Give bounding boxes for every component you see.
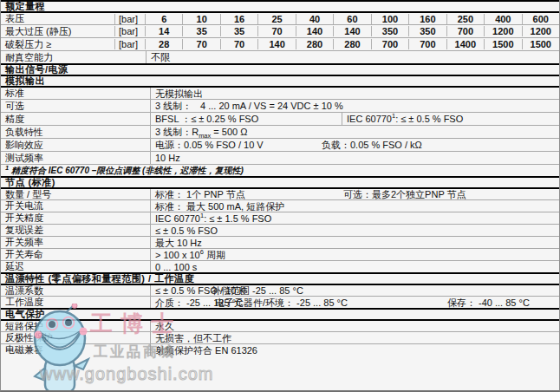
value-text: 无模拟输出	[155, 87, 203, 100]
row-value: ≤ ± 0.5 % FSO / 10 K 补偿范围 -25 ... 85 °C	[150, 285, 559, 296]
section-header-output-power: 输出信号/电源	[1, 63, 559, 75]
column-divider	[342, 113, 342, 125]
row-value: BFSL ：≤ ± 0.25 % FSO IEC 607701: ≤ ± 0.5…	[150, 113, 559, 125]
value-cell: 100	[371, 14, 408, 24]
table-row-short-circuit: 短路保护 永久	[1, 319, 559, 331]
footnote-text: 1 精度符合 IEC 60770 –限位点调整 (非线性，迟滞性，复现性)	[1, 165, 244, 177]
table-row-vacuum: 耐真空能力 不限	[1, 50, 559, 63]
value-cell: 1200	[484, 26, 521, 36]
value-text: 10 Hz	[155, 153, 180, 163]
value-cell: 10	[182, 14, 219, 24]
value-cell: 6	[145, 14, 182, 24]
value-cell: 280	[333, 39, 370, 49]
value-cell: 400	[484, 14, 521, 24]
unit-cell: [bar]	[114, 39, 145, 49]
value-text: 3 线制：Rmax = 500 Ω	[155, 126, 247, 139]
row-label: 影响效应	[1, 139, 150, 152]
value-text: 电子元器件/环境： -25 ... 85 °C	[215, 296, 348, 309]
value-text: 保存： -40 ... 85 °C	[447, 296, 530, 309]
row-label: 延迟	[1, 260, 150, 273]
value-text: > 100 x 106 周期	[155, 248, 225, 261]
table-row-analog-accuracy: 精度 BFSL ：≤ ± 0.25 % FSO IEC 607701: ≤ ± …	[1, 112, 559, 125]
value-cell: 70	[220, 39, 257, 49]
row-label: 开关电流	[1, 199, 150, 212]
row-label: 反极性保护	[1, 331, 150, 344]
table-row-analog-optional: 可选 3 线制： 4 ... 20 mA / VS = 24 VDC ± 10 …	[1, 99, 559, 112]
value-text: 3 线制：	[155, 100, 192, 113]
row-label: 开关精度	[1, 212, 150, 225]
row-value: 最大 10 Hz	[150, 237, 559, 248]
value-text: 4 ... 20 mA / VS = 24 VDC ± 10 %	[200, 101, 343, 111]
value-text: 负载：0.05 % FSO / kΩ	[322, 139, 422, 152]
row-label: 工作温度	[1, 296, 150, 309]
watermark-url-text: www.gongboshi.com	[40, 364, 213, 384]
value-cell: 700	[408, 39, 446, 49]
value-cell: 700	[446, 26, 484, 36]
value-cell: 1500	[522, 39, 559, 49]
table-row-operating-temperature: 工作温度 介质： -25 ... 125 °C 电子元器件/环境： -25 ..…	[1, 296, 559, 308]
section-header-electrical-protection: 电气保护	[1, 308, 559, 319]
value-cell: 1200	[522, 26, 559, 36]
table-row-switch-life: 开关寿命 > 100 x 106 周期	[1, 248, 559, 260]
row-label: 负载特性	[1, 126, 150, 139]
row-value: 电源：0.05 % FSO / 10 V 负载：0.05 % FSO / kΩ	[150, 139, 559, 151]
section-header-rated-range: 额定量程	[1, 0, 559, 11]
table-row-switch-qty: 数量 / 型号 标准： 1个 PNP 节点 可选：最多2个独立PNP 节点	[1, 187, 559, 199]
row-value: 不限	[146, 51, 559, 63]
value-cell: 1500	[484, 39, 521, 49]
value-text: 无损害，但不工作	[155, 331, 231, 344]
row-label: 开关寿命	[1, 248, 150, 261]
section-header-thermal: 温漂特性 (零点偏移和量程范围) / 工作温度	[1, 272, 559, 284]
row-value: 无模拟输出	[150, 88, 559, 99]
table-row-reverse-polarity: 反极性保护 无损害，但不工作	[1, 331, 559, 343]
row-value: 10 Hz	[150, 152, 559, 164]
row-value: 永久	[150, 321, 559, 331]
row-label: 可选	[1, 100, 150, 113]
value-cell: 70	[182, 39, 219, 49]
section-header-analog-output: 模拟输出	[1, 75, 559, 86]
table-row-load-characteristic: 负载特性 3 线制：Rmax = 500 Ω	[1, 125, 559, 138]
row-label: 电磁兼容	[1, 343, 150, 356]
table-row-influence-effect: 影响效应 电源：0.05 % FSO / 10 V 负载：0.05 % FSO …	[1, 138, 559, 151]
row-label: 精度	[1, 113, 150, 126]
row-label: 测试频率	[1, 152, 150, 165]
table-row-switch-accuracy: 开关精度 IEC 607701: ≤ ± 1.5 % FSO	[1, 212, 559, 224]
section-title: 额定量程	[1, 0, 45, 13]
value-text: IEC 607701: ≤ ± 0.5 % FSO	[347, 114, 463, 124]
value-cell: 14	[145, 26, 182, 36]
footnote-row: 1 精度符合 IEC 60770 –限位点调整 (非线性，迟滞性，复现性)	[1, 164, 559, 176]
table-row-thermal-coefficient: 温漂系数 ≤ ± 0.5 % FSO / 10 K 补偿范围 -25 ... 8…	[1, 284, 559, 296]
value-cell: 25	[257, 14, 295, 24]
row-value: 标准： 1个 PNP 节点 可选：最多2个独立PNP 节点	[150, 189, 559, 199]
value-cell: 1400	[446, 39, 484, 49]
row-value: 3 线制：Rmax = 500 Ω	[150, 126, 559, 138]
row-value: 3 线制： 4 ... 20 mA / VS = 24 VDC ± 10 %	[150, 100, 559, 112]
value-text: 标准： 最大 500 mA, 短路保护	[155, 199, 284, 212]
row-value: 介质： -25 ... 125 °C 电子元器件/环境： -25 ... 85 …	[150, 297, 559, 308]
value-cell: 40	[296, 14, 333, 24]
table-row-delay: 延迟 0 ... 100 s	[1, 260, 559, 272]
value-cell: 35	[182, 26, 219, 36]
row-label: 标准	[1, 87, 150, 100]
table-row-switch-frequency: 开关频率 最大 10 Hz	[1, 236, 559, 248]
value-cell: 160	[408, 14, 446, 24]
value-cell: 600	[522, 14, 559, 24]
row-value: 射频保护符合 EN 61326	[150, 344, 559, 356]
row-value: 标准： 最大 500 mA, 短路保护	[150, 200, 559, 212]
value-cell: 35	[220, 26, 257, 36]
value-text: 电源：0.05 % FSO / 10 V	[155, 139, 264, 152]
row-value: > 100 x 106 周期	[150, 249, 559, 260]
value-cell: 140	[333, 26, 370, 36]
table-row-repeatability: 复现误差 ≤ ± 0.5 % FSO	[1, 224, 559, 236]
row-value: 无损害，但不工作	[150, 332, 559, 343]
table-row-burst-pressure: 破裂压力 ≥ [bar] 28 70 70 140 280 280 700 70…	[1, 37, 559, 50]
unit-cell: [bar]	[114, 26, 145, 36]
table-row-test-frequency: 测试频率 10 Hz	[1, 151, 559, 164]
table-row-max-overpressure: 最大过压 (静压) [bar] 14 35 35 70 140 140 350 …	[1, 24, 559, 37]
table-row-analog-standard: 标准 无模拟输出	[1, 86, 559, 99]
datasheet-spec-table: 额定量程 表压 [bar] 6 10 16 25 40 60 100 160 2…	[0, 0, 560, 392]
table-row-gauge-pressure: 表压 [bar] 6 10 16 25 40 60 100 160 250 40…	[1, 11, 559, 24]
value-text: 0 ... 100 s	[155, 262, 197, 272]
value-text: 不限	[151, 51, 170, 64]
value-text: ≤ ± 0.5 % FSO	[155, 225, 218, 236]
